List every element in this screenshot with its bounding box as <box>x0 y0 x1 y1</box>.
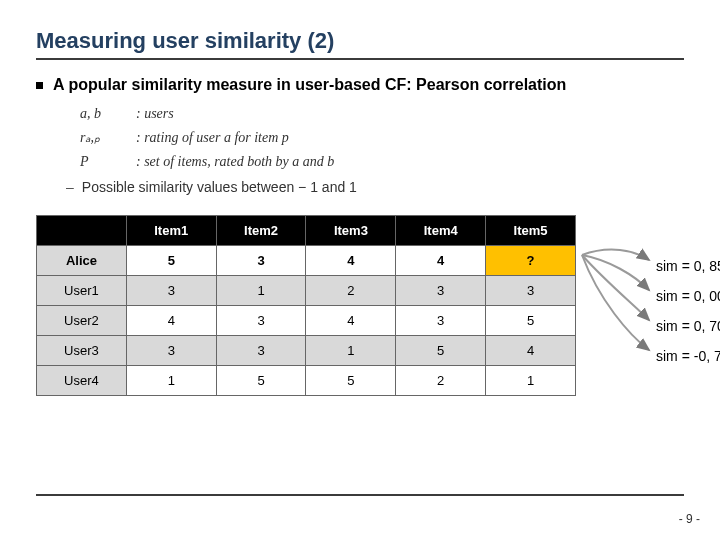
cell: 3 <box>216 306 306 336</box>
arrows-icon <box>579 245 653 395</box>
header-cell: Item3 <box>306 216 396 246</box>
table-header-row: Item1 Item2 Item3 Item4 Item5 <box>37 216 576 246</box>
cell: 4 <box>306 306 396 336</box>
cell: 3 <box>216 336 306 366</box>
row-label: User4 <box>37 366 127 396</box>
header-cell: Item2 <box>216 216 306 246</box>
table-row: User4 1 5 5 2 1 <box>37 366 576 396</box>
sub-bullet: –Possible similarity values between − 1 … <box>66 179 684 195</box>
table-row: User2 4 3 4 3 5 <box>37 306 576 336</box>
slide-title: Measuring user similarity (2) <box>36 28 684 54</box>
sub-bullet-text: Possible similarity values between − 1 a… <box>82 179 357 195</box>
table-row: User3 3 3 1 5 4 <box>37 336 576 366</box>
slide: Measuring user similarity (2) A popular … <box>0 0 720 540</box>
cell: 3 <box>216 246 306 276</box>
dash-icon: – <box>66 179 74 195</box>
cell: 5 <box>126 246 216 276</box>
row-label: User2 <box>37 306 127 336</box>
page-number: - 9 - <box>679 512 700 526</box>
def-symbol: a, b <box>80 102 126 126</box>
cell: 3 <box>486 276 576 306</box>
header-cell: Item4 <box>396 216 486 246</box>
sim-value: sim = 0, 00 <box>656 281 720 311</box>
row-label: Alice <box>37 246 127 276</box>
sim-value: sim = 0, 70 <box>656 311 720 341</box>
row-label: User3 <box>37 336 127 366</box>
def-desc: : rating of user a for item p <box>136 126 289 150</box>
cell: 5 <box>486 306 576 336</box>
ratings-table: Item1 Item2 Item3 Item4 Item5 Alice 5 3 … <box>36 215 576 396</box>
unknown-cell: ? <box>486 246 576 276</box>
main-bullet-text: A popular similarity measure in user-bas… <box>53 76 566 94</box>
cell: 3 <box>126 336 216 366</box>
table-row: User1 3 1 2 3 3 <box>37 276 576 306</box>
row-label: User1 <box>37 276 127 306</box>
def-row: P : set of items, rated both by a and b <box>80 150 684 174</box>
definitions-list: a, b : users rₐ,ₚ : rating of user a for… <box>80 102 684 173</box>
cell: 4 <box>126 306 216 336</box>
cell: 1 <box>306 336 396 366</box>
cell: 3 <box>396 306 486 336</box>
sim-value: sim = -0, 79 <box>656 341 720 371</box>
cell: 2 <box>396 366 486 396</box>
header-cell: Item1 <box>126 216 216 246</box>
cell: 3 <box>396 276 486 306</box>
cell: 4 <box>306 246 396 276</box>
cell: 1 <box>486 366 576 396</box>
cell: 4 <box>486 336 576 366</box>
cell: 3 <box>126 276 216 306</box>
def-desc: : set of items, rated both by a and b <box>136 150 334 174</box>
table-row: Alice 5 3 4 4 ? <box>37 246 576 276</box>
def-symbol: rₐ,ₚ <box>80 126 126 150</box>
header-cell: Item5 <box>486 216 576 246</box>
cell: 5 <box>306 366 396 396</box>
bullet-square-icon <box>36 82 43 89</box>
def-desc: : users <box>136 102 174 126</box>
def-symbol: P <box>80 150 126 174</box>
def-row: rₐ,ₚ : rating of user a for item p <box>80 126 684 150</box>
cell: 4 <box>396 246 486 276</box>
similarity-list: sim = 0, 85 sim = 0, 00 sim = 0, 70 sim … <box>656 251 720 371</box>
cell: 2 <box>306 276 396 306</box>
cell: 1 <box>216 276 306 306</box>
def-row: a, b : users <box>80 102 684 126</box>
cell: 1 <box>126 366 216 396</box>
title-underline <box>36 58 684 60</box>
table-area: Item1 Item2 Item3 Item4 Item5 Alice 5 3 … <box>36 215 684 396</box>
sim-value: sim = 0, 85 <box>656 251 720 281</box>
header-cell <box>37 216 127 246</box>
cell: 5 <box>396 336 486 366</box>
cell: 5 <box>216 366 306 396</box>
footer-rule <box>36 494 684 496</box>
main-bullet: A popular similarity measure in user-bas… <box>36 76 684 94</box>
